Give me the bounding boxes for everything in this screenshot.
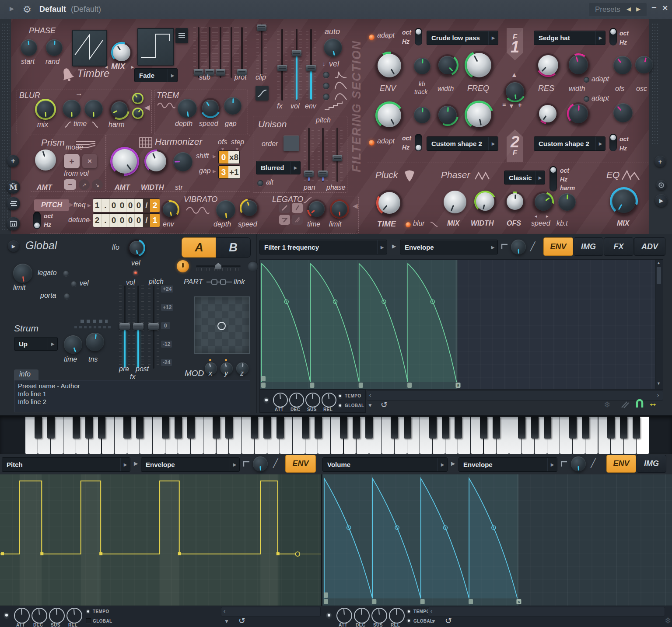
f1-shape-right-dropdown[interactable]: Sedge hat▶ (534, 31, 606, 45)
speed-left-icon[interactable]: ◂ (535, 213, 537, 219)
f2-shape-right-dropdown[interactable]: Custom shape 2▶ (534, 136, 606, 151)
mix-right-icon[interactable]: ▸ (131, 64, 134, 70)
articulator-target-arrow[interactable]: ▶ (377, 240, 387, 254)
fade-dropdown[interactable]: Fade▶ (134, 68, 178, 82)
lfo-vel-led[interactable] (133, 270, 139, 276)
tab-img[interactable]: IMG (574, 237, 603, 256)
env-slider[interactable] (306, 29, 316, 101)
phaser-kbt-knob[interactable] (558, 193, 576, 211)
f2-res-knob[interactable] (537, 103, 558, 124)
unison-shape-dropdown[interactable]: Blurred▶ (256, 161, 301, 174)
env-vscrollbar[interactable]: ▲ ▼ (655, 259, 663, 390)
magnet-icon[interactable] (635, 399, 644, 408)
f1-left-oct-hz-toggle[interactable] (415, 28, 422, 45)
pitch-oct-hz-toggle[interactable] (33, 212, 41, 229)
pitch-reset-icon[interactable]: ↺ (238, 616, 245, 626)
pitch-global-checkbox[interactable] (86, 618, 91, 624)
eq-mix-knob[interactable] (610, 187, 638, 215)
f2-width-knob[interactable] (437, 104, 458, 126)
f1-freq-knob[interactable] (465, 51, 494, 80)
unison-pitch-slider[interactable] (318, 128, 328, 182)
prism-amt-knob[interactable] (35, 150, 56, 171)
env-reset-icon[interactable]: ↺ (381, 400, 388, 410)
phaser-width-knob[interactable] (474, 191, 496, 212)
piano-key-black[interactable] (531, 417, 539, 439)
legato-time-knob[interactable] (307, 199, 326, 219)
vol-adsr-enable-radio[interactable] (326, 612, 332, 618)
pitch-adsr-enable-radio[interactable] (4, 612, 10, 618)
f2-adapt-led[interactable] (369, 140, 374, 146)
sub-slider-4[interactable] (226, 27, 237, 78)
f2-width2-knob[interactable] (567, 102, 590, 125)
target-icon[interactable] (656, 180, 666, 190)
pitch-mode-dropdown[interactable]: Envelope▶ (141, 457, 240, 472)
f2-kbtrack-knob[interactable] (414, 107, 430, 123)
f1-res-knob[interactable] (536, 53, 560, 77)
pluck-blur-led[interactable] (406, 222, 411, 227)
harmonizer-width-knob[interactable] (144, 150, 168, 173)
piano-key-black[interactable] (302, 417, 309, 439)
rel-knob[interactable] (322, 393, 336, 408)
pitch-hscrollbar[interactable]: ‹ (221, 607, 321, 617)
vol-tab-env[interactable]: ENV (606, 455, 636, 473)
phaser-oct-hz-harm-toggle[interactable] (550, 166, 557, 192)
vol-global-radio[interactable] (406, 618, 411, 623)
add-left-button[interactable]: + (7, 155, 19, 167)
scroll-up-icon[interactable]: ▲ (657, 261, 661, 265)
piano-key-black[interactable] (480, 417, 487, 439)
limit-knob[interactable] (13, 264, 32, 283)
sub-slider-3[interactable] (215, 27, 226, 78)
piano-key-black[interactable] (455, 417, 462, 439)
pitch-mode-arrow[interactable]: ▶ (230, 458, 239, 471)
speed-right-icon[interactable]: ▸ (546, 213, 549, 219)
vol-tab-img[interactable]: IMG (637, 455, 666, 473)
phase-start-knob[interactable] (21, 39, 37, 56)
vel-curve2-radio[interactable] (323, 83, 329, 89)
piano-key-black[interactable] (73, 417, 80, 439)
legato-mode-button-1[interactable] (279, 203, 290, 213)
freeze-icon[interactable]: ❄ (604, 400, 611, 410)
phase-rand-knob[interactable] (46, 39, 63, 56)
f1-adapt-led[interactable] (369, 35, 374, 40)
piano-key-black[interactable] (493, 417, 500, 439)
vol-target-dropdown[interactable]: Volume▶ (322, 457, 448, 472)
f1-width-adapt-radio[interactable] (584, 77, 589, 83)
main-envelope-editor[interactable]: s (259, 259, 655, 390)
pitch-sus-knob[interactable] (49, 608, 65, 624)
blur-left-icon[interactable]: ◀ (144, 103, 150, 111)
part-a-tab[interactable]: A (182, 237, 217, 258)
phaser-ofs-knob[interactable] (505, 192, 525, 212)
filter-mix-eq-label[interactable]: = (502, 101, 506, 108)
piano-key-black[interactable] (85, 417, 93, 439)
pitch-target-dropdown[interactable]: Pitch▶ (2, 457, 130, 472)
pitch-detune-value[interactable]: 2.0000/1 (93, 213, 160, 227)
legato-mode-button-2[interactable] (292, 203, 303, 213)
piano-key-black[interactable] (123, 417, 131, 439)
pluck-time-knob[interactable] (376, 190, 402, 216)
piano-key-black[interactable] (98, 417, 105, 439)
legato-mode-button-4[interactable] (292, 215, 303, 225)
vol-att-knob[interactable] (336, 608, 352, 624)
menu-icon[interactable] (175, 28, 188, 43)
slide-icon[interactable] (620, 401, 629, 408)
timbre-mix-knob[interactable] (111, 42, 132, 63)
part-power-button[interactable] (177, 260, 189, 272)
prism-mode-plus-button[interactable]: + (64, 154, 80, 168)
vol-reset-icon[interactable]: ↺ (445, 616, 452, 626)
piano-key-black[interactable] (429, 417, 437, 439)
piano-key-black[interactable] (365, 417, 373, 439)
target-next-icon[interactable]: ▶ (392, 243, 396, 249)
articulator-mode-dropdown[interactable]: Envelope▶ (400, 240, 498, 254)
tab-adv[interactable]: ADV (634, 237, 665, 256)
pitch-att-knob[interactable] (14, 608, 30, 624)
piano-key-black[interactable] (35, 417, 42, 439)
env-hscrollbar[interactable]: ‹ › (367, 390, 663, 401)
piano-key-black[interactable] (620, 417, 627, 439)
f2-ofs-knob[interactable] (613, 103, 633, 122)
preset-next-icon[interactable]: ▶ (636, 6, 640, 12)
global-fx-slider[interactable] (148, 286, 159, 369)
pitch-rel-knob[interactable] (66, 608, 82, 624)
f1-shape-left-arrow[interactable]: ▶ (488, 31, 498, 45)
vol-hscroll-left-icon[interactable]: ‹ (430, 608, 432, 614)
pitch-step-icon[interactable] (243, 460, 250, 467)
